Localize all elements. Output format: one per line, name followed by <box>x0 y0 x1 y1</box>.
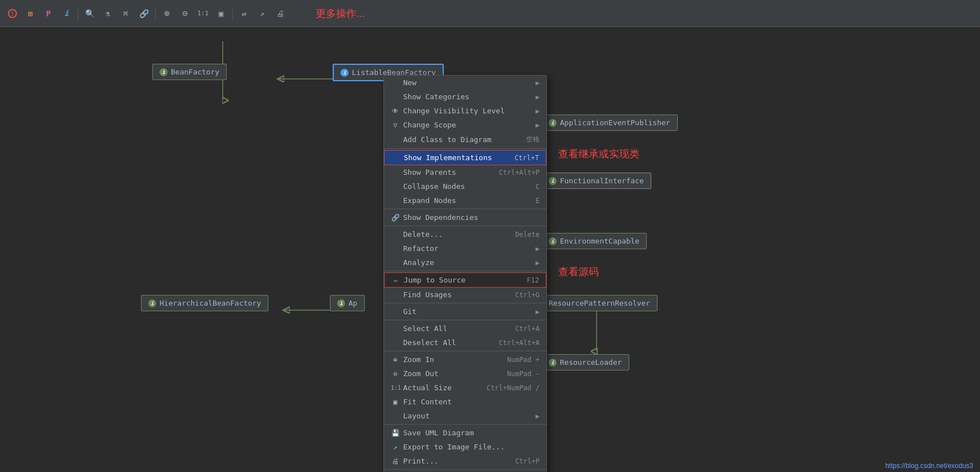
menu-actual-size-label: Actual Size <box>403 383 452 392</box>
print-icon[interactable]: 🖨 <box>272 6 288 21</box>
more-ops-label: 更多操作... <box>316 7 365 20</box>
menu-item-actual-size[interactable]: 1:1 Actual Size Ctrl+NumPad / <box>384 381 546 395</box>
menu-item-print[interactable]: 🖨 Print... Ctrl+P <box>384 454 546 468</box>
sep-1 <box>384 148 546 149</box>
menu-item-save-uml[interactable]: 💾 Save UML Diagram <box>384 426 546 440</box>
zoom-in-icon: ⊕ <box>391 356 400 364</box>
menu-item-add-class[interactable]: Add Class to Diagram 空格 <box>384 132 546 147</box>
menu-item-delete[interactable]: Delete... Delete <box>384 227 546 241</box>
git-arrow: ▶ <box>536 308 540 316</box>
menu-item-visibility[interactable]: 👁 Change Visibility Level ▶ <box>384 104 546 118</box>
bean-factory-icon: i <box>160 68 167 76</box>
ap-icon: i <box>337 299 345 307</box>
zoom-search-icon[interactable]: 🔍 <box>82 6 98 21</box>
sep-5 <box>384 303 546 303</box>
menu-item-find-usages[interactable]: Find Usages Ctrl+G <box>384 288 546 302</box>
sep-3 <box>384 226 546 226</box>
menu-item-show-deps[interactable]: 🔗 Show Dependencies <box>384 210 546 224</box>
menu-item-new[interactable]: New ▶ <box>384 76 546 90</box>
resource-loader-node[interactable]: i ResourceLoader <box>541 354 629 370</box>
menu-expand-label: Expand Nodes <box>403 196 456 205</box>
menu-zoom-out-label: Zoom Out <box>403 369 439 378</box>
tool-icon[interactable]: ⌘ <box>118 6 134 21</box>
fi-icon: i <box>549 177 557 185</box>
menu-show-deps-label: Show Dependencies <box>403 213 478 222</box>
export-icon[interactable]: ↗ <box>254 6 270 21</box>
resource-pattern-resolver-node[interactable]: i ResourcePatternResolver <box>530 295 657 311</box>
actual-size-shortcut: Ctrl+NumPad / <box>487 384 540 392</box>
hierarchical-bean-factory-node[interactable]: i HierarchicalBeanFactory <box>141 295 268 311</box>
show-deps-icon: 🔗 <box>391 214 400 222</box>
link-icon[interactable]: 🔗 <box>136 6 152 21</box>
zoom-out-icon: ⊖ <box>391 370 400 378</box>
sep3 <box>232 7 233 20</box>
menu-item-show-parents[interactable]: Show Parents Ctrl+Alt+P <box>384 165 546 179</box>
find-usages-shortcut: Ctrl+G <box>515 291 540 299</box>
ec-icon: i <box>549 237 557 245</box>
sep-2 <box>384 209 546 209</box>
menu-item-expand[interactable]: Expand Nodes E <box>384 193 546 208</box>
sep-9 <box>384 469 546 470</box>
environment-capable-node[interactable]: i EnvironmentCapable <box>541 233 647 249</box>
hbf-label: HierarchicalBeanFactory <box>160 299 261 307</box>
menu-item-show-impl[interactable]: Show Implementations Ctrl+T <box>384 150 546 165</box>
menu-zoom-in-label: Zoom In <box>403 355 434 364</box>
show-parents-shortcut: Ctrl+Alt+P <box>499 169 540 177</box>
menu-item-deselect-all[interactable]: Deselect All Ctrl+Alt+A <box>384 336 546 350</box>
save-uml-icon: 💾 <box>391 429 400 437</box>
menu-collapse-label: Collapse Nodes <box>403 182 465 191</box>
menu-item-zoom-out[interactable]: ⊖ Zoom Out NumPad - <box>384 367 546 381</box>
sep-7 <box>384 351 546 351</box>
zoom-in-shortcut: NumPad + <box>507 356 540 364</box>
menu-item-layout[interactable]: Layout ▶ <box>384 409 546 423</box>
profile-icon[interactable]: P <box>41 6 56 21</box>
analyze-arrow: ▶ <box>536 259 540 267</box>
scope-icon: ▽ <box>391 121 400 129</box>
share-icon[interactable]: ⇌ <box>236 6 252 21</box>
menu-show-parents-label: Show Parents <box>403 168 456 177</box>
menu-item-select-all[interactable]: Select All Ctrl+A <box>384 321 546 336</box>
svg-text:!: ! <box>11 11 14 17</box>
menu-git-label: Git <box>403 307 416 316</box>
filter-icon[interactable]: ⚗ <box>100 6 116 21</box>
print-shortcut: Ctrl+P <box>515 457 540 465</box>
actual-size-icon[interactable]: 1:1 <box>195 6 211 21</box>
menu-save-uml-label: Save UML Diagram <box>403 429 474 437</box>
menu-new-label: New <box>403 78 416 87</box>
menu-item-git[interactable]: Git ▶ <box>384 305 546 319</box>
menu-item-jump-source[interactable]: ✏ Jump to Source F12 <box>384 272 546 288</box>
annotation-source: 查看源码 <box>558 265 599 279</box>
functional-interface-node[interactable]: i FunctionalInterface <box>541 173 651 189</box>
menu-find-usages-label: Find Usages <box>403 290 452 299</box>
expand-shortcut: E <box>536 197 540 205</box>
add-icon[interactable]: ⊕ <box>159 6 175 21</box>
menu-export-image-label: Export to Image File... <box>403 443 505 451</box>
ap-node[interactable]: i Ap <box>330 295 365 311</box>
menu-refactor-label: Refactor <box>403 244 439 253</box>
fi-label: FunctionalInterface <box>560 177 644 185</box>
menu-show-categories-label: Show Categories <box>403 92 469 101</box>
bean-factory-node[interactable]: i BeanFactory <box>152 64 227 80</box>
menu-item-fit-content[interactable]: ▣ Fit Content <box>384 395 546 409</box>
app-event-publisher-node[interactable]: i ApplicationEventPublisher <box>541 114 678 131</box>
rpr-label: ResourcePatternResolver <box>549 299 650 307</box>
menu-item-refactor[interactable]: Refactor ▶ <box>384 241 546 255</box>
menu-item-show-categories[interactable]: Show Categories ▶ <box>384 90 546 104</box>
menu-item-collapse[interactable]: Collapse Nodes C <box>384 179 546 193</box>
collapse-shortcut: C <box>536 183 540 191</box>
menu-analyze-label: Analyze <box>403 258 434 267</box>
settings-icon[interactable]: ! <box>5 6 20 21</box>
add-class-shortcut: 空格 <box>526 135 540 144</box>
menu-item-scope[interactable]: ▽ Change Scope ▶ <box>384 118 546 132</box>
remove-icon[interactable]: ⊖ <box>177 6 193 21</box>
module-icon[interactable]: m <box>23 6 38 21</box>
menu-item-zoom-in[interactable]: ⊕ Zoom In NumPad + <box>384 352 546 367</box>
menu-scope-label: Change Scope <box>403 121 456 129</box>
jump-source-icon: ✏ <box>391 276 400 284</box>
menu-item-export-image[interactable]: ↗ Export to Image File... <box>384 440 546 454</box>
menu-select-all-label: Select All <box>403 324 447 333</box>
menu-item-analyze[interactable]: Analyze ▶ <box>384 255 546 270</box>
sep-8 <box>384 424 546 425</box>
info-icon[interactable]: i <box>59 6 74 21</box>
fit-content-icon[interactable]: ▣ <box>213 6 229 21</box>
